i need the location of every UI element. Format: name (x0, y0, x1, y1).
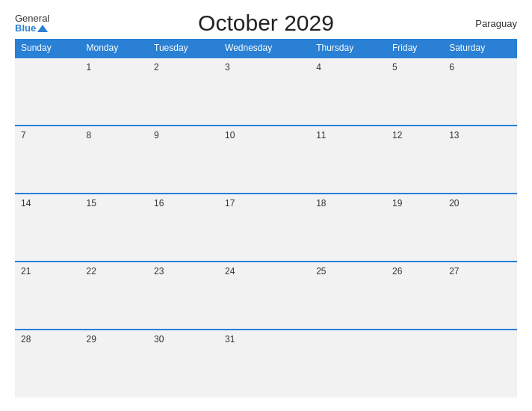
calendar-day-cell: 20 (443, 194, 517, 262)
col-thursday: Thursday (310, 39, 386, 58)
col-saturday: Saturday (443, 39, 517, 58)
calendar-day-cell: 30 (148, 330, 219, 398)
calendar-week-row: 14151617181920 (15, 194, 517, 262)
calendar-day-cell: 27 (443, 262, 517, 330)
calendar-day-cell: 11 (310, 126, 386, 194)
calendar-day-cell: 15 (80, 194, 148, 262)
calendar-day-cell: 24 (219, 262, 310, 330)
calendar-day-cell: 31 (219, 330, 310, 398)
calendar-day-cell: 12 (386, 126, 443, 194)
calendar-day-cell: 14 (15, 194, 80, 262)
logo-blue-text: Blue (15, 23, 36, 33)
logo: General Blue (15, 13, 49, 33)
country-label: Paraguay (475, 18, 517, 29)
calendar-day-cell: 7 (15, 126, 80, 194)
col-monday: Monday (80, 39, 148, 58)
calendar-day-cell (15, 58, 80, 126)
calendar-day-cell: 1 (80, 58, 148, 126)
calendar-day-cell: 19 (386, 194, 443, 262)
calendar-day-cell: 17 (219, 194, 310, 262)
calendar-day-cell: 3 (219, 58, 310, 126)
calendar-day-cell (386, 330, 443, 398)
calendar-day-cell: 2 (148, 58, 219, 126)
calendar-header: General Blue October 2029 Paraguay (15, 13, 517, 33)
calendar-day-cell: 18 (310, 194, 386, 262)
calendar-table: Sunday Monday Tuesday Wednesday Thursday… (15, 39, 517, 398)
calendar-week-row: 28293031 (15, 330, 517, 398)
calendar-day-cell: 13 (443, 126, 517, 194)
calendar-day-cell: 25 (310, 262, 386, 330)
calendar-day-cell: 23 (148, 262, 219, 330)
calendar-week-row: 123456 (15, 58, 517, 126)
calendar-day-cell: 5 (386, 58, 443, 126)
calendar-header-row: Sunday Monday Tuesday Wednesday Thursday… (15, 39, 517, 58)
calendar-week-row: 21222324252627 (15, 262, 517, 330)
calendar-day-cell: 10 (219, 126, 310, 194)
calendar-day-cell: 22 (80, 262, 148, 330)
calendar-day-cell: 21 (15, 262, 80, 330)
calendar-week-row: 78910111213 (15, 126, 517, 194)
col-sunday: Sunday (15, 39, 80, 58)
calendar-day-cell: 6 (443, 58, 517, 126)
col-wednesday: Wednesday (219, 39, 310, 58)
calendar-title: October 2029 (198, 10, 334, 36)
calendar-day-cell: 9 (148, 126, 219, 194)
calendar-day-cell: 29 (80, 330, 148, 398)
calendar-day-cell: 26 (386, 262, 443, 330)
logo-triangle-icon (37, 25, 48, 32)
calendar-day-cell (443, 330, 517, 398)
col-friday: Friday (386, 39, 443, 58)
col-tuesday: Tuesday (148, 39, 219, 58)
calendar-day-cell: 4 (310, 58, 386, 126)
calendar-day-cell: 28 (15, 330, 80, 398)
calendar-day-cell: 16 (148, 194, 219, 262)
calendar-day-cell: 8 (80, 126, 148, 194)
calendar-day-cell (310, 330, 386, 398)
